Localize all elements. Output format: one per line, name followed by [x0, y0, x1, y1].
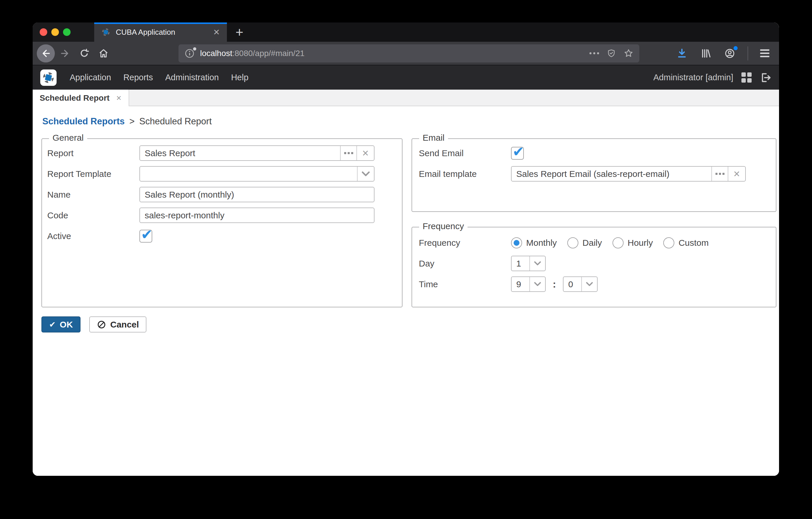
field-row-report: Report Sales Report ✕	[47, 145, 402, 161]
report-template-value[interactable]	[140, 167, 357, 181]
app-menubar: Application Reports Administration Help …	[33, 65, 779, 90]
site-info-icon[interactable]	[184, 48, 195, 59]
cuba-favicon-icon	[101, 27, 111, 37]
active-tab-indicator	[94, 23, 227, 24]
toolbar-separator	[748, 47, 748, 60]
workspace-tab-label: Scheduled Report	[40, 93, 110, 103]
time-minute-combobox[interactable]: 0	[563, 276, 598, 292]
menu-hamburger-button[interactable]	[756, 44, 774, 62]
day-label: Day	[419, 258, 511, 269]
email-template-picker-field[interactable]: Sales Report Email (sales-report-email) …	[511, 166, 746, 182]
browser-tab[interactable]: CUBA Application ✕	[94, 23, 227, 42]
group-general: General Report Sales Report ✕ Report Tem…	[41, 138, 403, 307]
firefox-toolbar: localhost:8080/app/#main/21	[33, 42, 779, 65]
close-window-button[interactable]	[40, 28, 47, 36]
tab-close-icon[interactable]: ✕	[213, 27, 220, 37]
radio-button-icon	[663, 237, 674, 248]
url-text[interactable]: localhost:8080/app/#main/21	[200, 49, 589, 58]
day-combobox[interactable]: 1	[511, 256, 546, 271]
account-icon	[724, 48, 735, 59]
active-checkbox[interactable]: ✔	[139, 230, 152, 243]
menu-item-administration[interactable]: Administration	[159, 73, 225, 82]
ok-button-label: OK	[60, 320, 73, 330]
ok-button[interactable]: ✔ OK	[41, 317, 81, 332]
radio-button-icon	[511, 237, 522, 248]
menu-item-reports[interactable]: Reports	[117, 73, 159, 82]
time-separator: :	[553, 278, 556, 290]
url-path: :8080/app/#main/21	[232, 49, 305, 58]
tracking-shield-icon[interactable]	[607, 49, 616, 58]
action-buttons: ✔ OK Cancel	[41, 317, 779, 332]
email-template-clear-button[interactable]: ✕	[728, 167, 745, 181]
reload-icon	[79, 48, 90, 59]
logout-icon[interactable]	[760, 72, 772, 83]
browser-window: CUBA Application ✕ + localhost:8080/app/…	[33, 23, 779, 476]
url-bar[interactable]: localhost:8080/app/#main/21	[178, 44, 639, 62]
name-input[interactable]	[139, 187, 375, 202]
zoom-window-button[interactable]	[63, 28, 70, 36]
email-template-lookup-button[interactable]	[712, 167, 728, 181]
field-row-time: Time 9 : 0	[419, 276, 776, 292]
toolbar-right-cluster	[673, 44, 775, 62]
ellipsis-icon	[716, 173, 725, 175]
ok-check-icon: ✔	[49, 320, 56, 329]
cuba-logo-icon	[42, 71, 55, 84]
minimize-window-button[interactable]	[51, 28, 59, 36]
new-tab-button[interactable]: +	[227, 23, 252, 42]
report-clear-button[interactable]: ✕	[356, 146, 374, 160]
radio-monthly[interactable]: Monthly	[511, 237, 557, 248]
cancel-button[interactable]: Cancel	[89, 317, 146, 332]
report-template-dropdown-button[interactable]	[357, 167, 374, 181]
code-input[interactable]	[139, 208, 375, 223]
radio-custom[interactable]: Custom	[663, 237, 708, 248]
home-button[interactable]	[94, 44, 113, 62]
main-content: Scheduled Reports > Scheduled Report Gen…	[33, 106, 779, 476]
forward-button[interactable]	[56, 44, 74, 62]
time-hour-value: 9	[512, 277, 529, 291]
browser-tab-title: CUBA Application	[116, 28, 208, 37]
library-button[interactable]	[697, 44, 715, 62]
workspace-tab-close-icon[interactable]: ✕	[116, 94, 122, 102]
page-actions-icon[interactable]	[589, 52, 599, 54]
account-button[interactable]	[721, 44, 739, 62]
group-frequency: Frequency Frequency Monthly Daily	[411, 227, 776, 307]
field-row-email-template: Email template Sales Report Email (sales…	[419, 166, 776, 182]
reload-button[interactable]	[75, 44, 93, 62]
report-template-select[interactable]	[139, 166, 375, 182]
macos-window-controls	[33, 23, 94, 42]
chevron-down-icon	[534, 261, 541, 266]
send-email-checkbox[interactable]: ✔	[511, 147, 524, 160]
ellipsis-icon	[344, 152, 353, 154]
workspace-tab-scheduled-report[interactable]: Scheduled Report ✕	[33, 90, 129, 106]
frequency-label: Frequency	[419, 238, 511, 248]
group-email-legend: Email	[419, 133, 448, 143]
email-template-value[interactable]: Sales Report Email (sales-report-email)	[512, 167, 712, 181]
code-label: Code	[47, 211, 139, 220]
radio-daily[interactable]: Daily	[567, 237, 602, 248]
time-minute-dropdown-button[interactable]	[581, 277, 597, 291]
time-label: Time	[419, 279, 511, 289]
app-logo	[40, 70, 57, 86]
menu-item-application[interactable]: Application	[64, 73, 117, 82]
menu-item-help[interactable]: Help	[225, 73, 255, 82]
breadcrumb-link-scheduled-reports[interactable]: Scheduled Reports	[42, 116, 125, 127]
field-row-active: Active ✔	[47, 228, 402, 244]
checkmark-icon: ✔	[141, 226, 152, 243]
report-picker-field[interactable]: Sales Report ✕	[139, 145, 375, 161]
new-window-icon[interactable]	[742, 73, 752, 83]
back-button[interactable]	[37, 44, 55, 62]
forward-arrow-icon	[60, 48, 70, 59]
bookmark-star-icon[interactable]	[624, 49, 634, 58]
time-hour-dropdown-button[interactable]	[529, 277, 545, 291]
workspace-tabstrip: Scheduled Report ✕	[33, 90, 779, 106]
report-value[interactable]: Sales Report	[140, 146, 340, 160]
day-dropdown-button[interactable]	[529, 256, 545, 271]
downloads-button[interactable]	[673, 44, 691, 62]
library-icon	[700, 48, 712, 59]
radio-hourly[interactable]: Hourly	[612, 237, 653, 248]
report-lookup-button[interactable]	[340, 146, 356, 160]
home-icon	[98, 48, 109, 59]
back-arrow-icon	[40, 48, 51, 59]
field-row-report-template: Report Template	[47, 166, 402, 182]
time-hour-combobox[interactable]: 9	[511, 276, 546, 292]
